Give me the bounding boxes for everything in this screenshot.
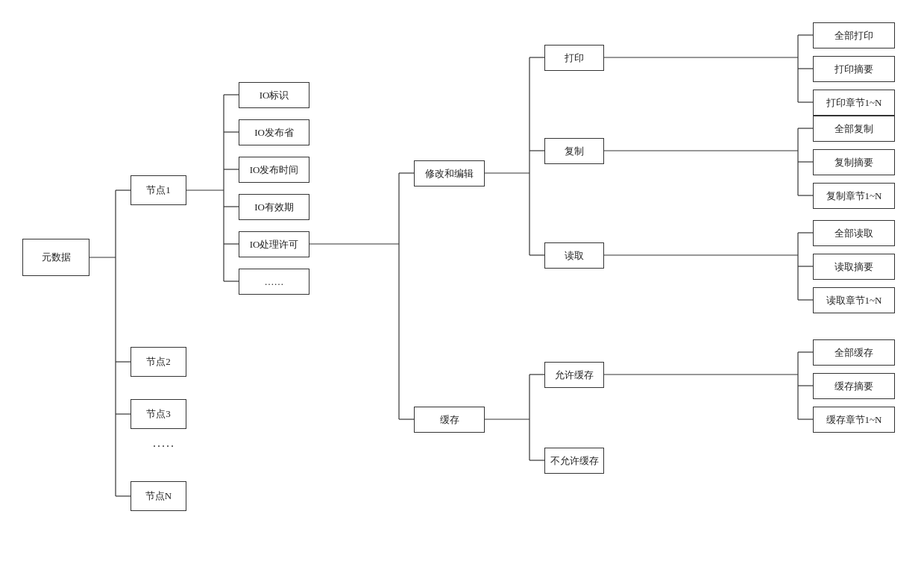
copy-all-node: 全部复制 [813,116,895,142]
io2-node: IO发布省 [239,119,309,145]
io3-node: IO发布时间 [239,157,309,183]
nodeN: 节点N [131,481,186,511]
io5-node: IO处理许可 [239,231,309,257]
read-node: 读取 [544,242,604,269]
print-abstract-node: 打印摘要 [813,56,895,82]
copy-node: 复制 [544,138,604,164]
read-chapter-node: 读取章节1~N [813,287,895,313]
print-chapter-node: 打印章节1~N [813,90,895,116]
no-cache-node: 不允许缓存 [544,448,604,474]
read-abstract-node: 读取摘要 [813,254,895,280]
io1-node: IO标识 [239,82,309,108]
node1: 节点1 [131,175,186,205]
print-all-node: 全部打印 [813,22,895,48]
ellipsis-dots: ····· [153,440,175,454]
node2: 节点2 [131,347,186,377]
read-all-node: 全部读取 [813,220,895,246]
mod-edit-node: 修改和编辑 [414,160,485,187]
print-node: 打印 [544,45,604,71]
node3: 节点3 [131,399,186,429]
io6-node: …… [239,269,309,295]
meta-node: 元数据 [22,239,89,276]
copy-chapter-node: 复制章节1~N [813,183,895,209]
connector-lines [0,0,924,564]
cache-abstract-node: 缓存摘要 [813,373,895,399]
cache-chapter-node: 缓存章节1~N [813,407,895,433]
allow-cache-node: 允许缓存 [544,362,604,388]
copy-abstract-node: 复制摘要 [813,149,895,175]
cache-all-node: 全部缓存 [813,339,895,366]
io4-node: IO有效期 [239,194,309,220]
cache-node: 缓存 [414,407,485,433]
diagram: 元数据 节点1 节点2 节点3 ····· 节点N IO标识 IO发布省 IO发… [0,0,924,564]
